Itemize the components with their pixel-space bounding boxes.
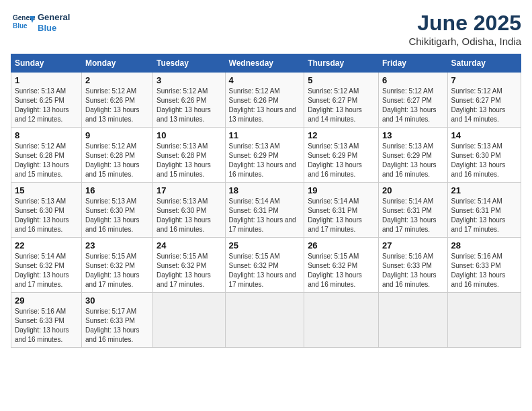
calendar-week-row: 8 Sunrise: 5:12 AMSunset: 6:28 PMDayligh… [11, 128, 521, 183]
day-number: 28 [451, 240, 517, 250]
day-detail: Sunrise: 5:15 AMSunset: 6:32 PMDaylight:… [308, 252, 375, 289]
day-detail: Sunrise: 5:13 AMSunset: 6:29 PMDaylight:… [382, 142, 444, 179]
day-number: 10 [157, 130, 221, 140]
day-number: 26 [308, 240, 375, 250]
calendar-cell [153, 293, 225, 348]
calendar-cell [378, 293, 447, 348]
calendar-cell: 28 Sunrise: 5:16 AMSunset: 6:33 PMDaylig… [447, 238, 521, 293]
day-number: 9 [85, 130, 149, 140]
day-number: 7 [451, 75, 517, 85]
day-detail: Sunrise: 5:12 AMSunset: 6:27 PMDaylight:… [308, 87, 375, 124]
day-number: 19 [308, 185, 375, 195]
day-detail: Sunrise: 5:16 AMSunset: 6:33 PMDaylight:… [15, 307, 78, 345]
day-detail: Sunrise: 5:12 AMSunset: 6:28 PMDaylight:… [15, 142, 78, 179]
day-detail: Sunrise: 5:16 AMSunset: 6:33 PMDaylight:… [382, 252, 444, 289]
day-number: 3 [157, 75, 221, 85]
day-number: 12 [308, 130, 375, 140]
col-wednesday: Wednesday [225, 54, 304, 73]
day-detail: Sunrise: 5:13 AMSunset: 6:28 PMDaylight:… [157, 142, 221, 179]
calendar-cell: 5 Sunrise: 5:12 AMSunset: 6:27 PMDayligh… [304, 73, 379, 128]
day-detail: Sunrise: 5:14 AMSunset: 6:31 PMDaylight:… [308, 197, 375, 234]
day-number: 27 [382, 240, 444, 250]
day-detail: Sunrise: 5:12 AMSunset: 6:27 PMDaylight:… [382, 87, 444, 124]
calendar-cell: 6 Sunrise: 5:12 AMSunset: 6:27 PMDayligh… [378, 73, 447, 128]
day-number: 1 [15, 75, 78, 85]
day-detail: Sunrise: 5:13 AMSunset: 6:30 PMDaylight:… [15, 197, 78, 234]
calendar-cell: 11 Sunrise: 5:13 AMSunset: 6:29 PMDaylig… [225, 128, 304, 183]
day-detail: Sunrise: 5:13 AMSunset: 6:25 PMDaylight:… [15, 87, 78, 124]
day-number: 11 [229, 130, 301, 140]
day-number: 2 [85, 75, 149, 85]
title-area: June 2025 Chikitigarh, Odisha, India [408, 11, 521, 47]
calendar-cell [225, 293, 304, 348]
col-tuesday: Tuesday [153, 54, 225, 73]
day-number: 14 [451, 130, 517, 140]
calendar-cell: 1 Sunrise: 5:13 AMSunset: 6:25 PMDayligh… [11, 73, 82, 128]
calendar-cell: 24 Sunrise: 5:15 AMSunset: 6:32 PMDaylig… [153, 238, 225, 293]
logo: General Blue General Blue [11, 11, 70, 35]
calendar-cell: 8 Sunrise: 5:12 AMSunset: 6:28 PMDayligh… [11, 128, 82, 183]
calendar-title: June 2025 [408, 11, 521, 36]
header-row: Sunday Monday Tuesday Wednesday Thursday… [11, 54, 521, 73]
day-detail: Sunrise: 5:12 AMSunset: 6:28 PMDaylight:… [85, 142, 149, 179]
day-number: 13 [382, 130, 444, 140]
day-detail: Sunrise: 5:12 AMSunset: 6:27 PMDaylight:… [451, 87, 517, 124]
day-number: 6 [382, 75, 444, 85]
day-number: 17 [157, 185, 221, 195]
calendar-cell: 4 Sunrise: 5:12 AMSunset: 6:26 PMDayligh… [225, 73, 304, 128]
calendar-cell: 29 Sunrise: 5:16 AMSunset: 6:33 PMDaylig… [11, 293, 82, 348]
day-detail: Sunrise: 5:15 AMSunset: 6:32 PMDaylight:… [85, 252, 149, 289]
calendar-cell: 18 Sunrise: 5:14 AMSunset: 6:31 PMDaylig… [225, 183, 304, 238]
day-number: 20 [382, 185, 444, 195]
logo-text-general: General [38, 12, 70, 23]
calendar-cell: 30 Sunrise: 5:17 AMSunset: 6:33 PMDaylig… [82, 293, 153, 348]
calendar-week-row: 1 Sunrise: 5:13 AMSunset: 6:25 PMDayligh… [11, 73, 521, 128]
calendar-cell: 7 Sunrise: 5:12 AMSunset: 6:27 PMDayligh… [447, 73, 521, 128]
logo-text-blue: Blue [38, 23, 70, 34]
calendar-cell: 23 Sunrise: 5:15 AMSunset: 6:32 PMDaylig… [82, 238, 153, 293]
calendar-subtitle: Chikitigarh, Odisha, India [408, 36, 521, 47]
svg-text:Blue: Blue [13, 22, 28, 30]
calendar-body: 1 Sunrise: 5:13 AMSunset: 6:25 PMDayligh… [11, 73, 521, 348]
col-sunday: Sunday [11, 54, 82, 73]
day-detail: Sunrise: 5:12 AMSunset: 6:26 PMDaylight:… [229, 87, 301, 124]
calendar-cell: 2 Sunrise: 5:12 AMSunset: 6:26 PMDayligh… [82, 73, 153, 128]
calendar-cell [447, 293, 521, 348]
day-number: 22 [15, 240, 78, 250]
day-number: 8 [15, 130, 78, 140]
day-number: 21 [451, 185, 517, 195]
day-number: 24 [157, 240, 221, 250]
day-number: 30 [85, 295, 149, 306]
col-monday: Monday [82, 54, 153, 73]
day-detail: Sunrise: 5:14 AMSunset: 6:32 PMDaylight:… [15, 252, 78, 289]
day-detail: Sunrise: 5:15 AMSunset: 6:32 PMDaylight:… [229, 252, 301, 289]
calendar-cell: 10 Sunrise: 5:13 AMSunset: 6:28 PMDaylig… [153, 128, 225, 183]
col-saturday: Saturday [447, 54, 521, 73]
calendar-cell: 19 Sunrise: 5:14 AMSunset: 6:31 PMDaylig… [304, 183, 379, 238]
calendar-cell: 9 Sunrise: 5:12 AMSunset: 6:28 PMDayligh… [82, 128, 153, 183]
day-detail: Sunrise: 5:13 AMSunset: 6:30 PMDaylight:… [451, 142, 517, 179]
day-detail: Sunrise: 5:13 AMSunset: 6:29 PMDaylight:… [308, 142, 375, 179]
calendar-week-row: 29 Sunrise: 5:16 AMSunset: 6:33 PMDaylig… [11, 293, 521, 348]
day-number: 25 [229, 240, 301, 250]
day-number: 23 [85, 240, 149, 250]
day-number: 15 [15, 185, 78, 195]
day-detail: Sunrise: 5:14 AMSunset: 6:31 PMDaylight:… [382, 197, 444, 234]
day-detail: Sunrise: 5:12 AMSunset: 6:26 PMDaylight:… [157, 87, 221, 124]
calendar-cell: 15 Sunrise: 5:13 AMSunset: 6:30 PMDaylig… [11, 183, 82, 238]
day-detail: Sunrise: 5:15 AMSunset: 6:32 PMDaylight:… [157, 252, 221, 289]
calendar-cell: 21 Sunrise: 5:14 AMSunset: 6:31 PMDaylig… [447, 183, 521, 238]
day-detail: Sunrise: 5:17 AMSunset: 6:33 PMDaylight:… [85, 307, 149, 345]
calendar-cell: 22 Sunrise: 5:14 AMSunset: 6:32 PMDaylig… [11, 238, 82, 293]
day-number: 18 [229, 185, 301, 195]
logo-icon: General Blue [11, 11, 35, 35]
header: General Blue General Blue June 2025 Chik… [11, 11, 521, 47]
calendar-cell: 17 Sunrise: 5:13 AMSunset: 6:30 PMDaylig… [153, 183, 225, 238]
day-detail: Sunrise: 5:16 AMSunset: 6:33 PMDaylight:… [451, 252, 517, 289]
day-number: 29 [15, 295, 78, 306]
calendar-cell: 16 Sunrise: 5:13 AMSunset: 6:30 PMDaylig… [82, 183, 153, 238]
col-friday: Friday [378, 54, 447, 73]
day-detail: Sunrise: 5:13 AMSunset: 6:30 PMDaylight:… [85, 197, 149, 234]
calendar-cell: 25 Sunrise: 5:15 AMSunset: 6:32 PMDaylig… [225, 238, 304, 293]
calendar-week-row: 22 Sunrise: 5:14 AMSunset: 6:32 PMDaylig… [11, 238, 521, 293]
